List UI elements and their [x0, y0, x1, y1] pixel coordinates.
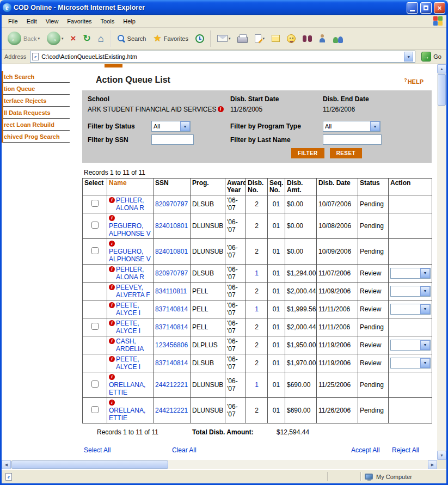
student-name-link[interactable]: CASH, ARDELIA — [116, 337, 144, 353]
home-button[interactable]: ⌂ — [95, 32, 107, 45]
menu-tools[interactable]: Tools — [96, 16, 119, 26]
student-name-link[interactable]: PEHLER, ALONA R — [116, 197, 144, 212]
search-button[interactable]: Search — [114, 33, 149, 44]
info-icon[interactable]: i — [109, 320, 115, 326]
ssn-link[interactable]: 820970797 — [154, 265, 191, 283]
discuss-button[interactable] — [269, 33, 283, 44]
history-button[interactable] — [193, 33, 207, 45]
accept-all-link[interactable]: Accept All — [351, 446, 380, 454]
stop-button[interactable]: × — [68, 32, 79, 45]
scroll-down-button[interactable]: ▼ — [437, 451, 446, 460]
sidebar-item[interactable]: terface Rejects — [3, 95, 70, 107]
row-checkbox[interactable] — [91, 247, 99, 254]
ssn-link[interactable]: 837140814 — [154, 354, 191, 372]
lastname-filter-input[interactable] — [323, 134, 382, 145]
action-select[interactable] — [390, 358, 431, 369]
menu-edit[interactable]: Edit — [22, 16, 41, 26]
info-icon[interactable]: i — [109, 374, 115, 380]
contact-button[interactable] — [316, 33, 328, 45]
student-name-link[interactable]: PEETE, ALYCE I — [116, 320, 140, 335]
info-icon[interactable]: i — [109, 241, 115, 247]
minimize-button[interactable] — [407, 2, 418, 14]
info-icon[interactable]: i — [109, 338, 115, 344]
horizontal-scroll-thumb[interactable] — [11, 461, 168, 469]
horizontal-scrollbar[interactable]: ◀ ▶ — [2, 460, 437, 469]
ssn-link[interactable]: 824010801 — [154, 239, 191, 265]
student-name-link[interactable]: ORELLANA, ETTIE — [109, 381, 145, 396]
disb-no-cell[interactable]: 1 — [246, 265, 268, 283]
row-checkbox[interactable] — [91, 380, 99, 388]
filter-button[interactable]: FILTER — [291, 148, 324, 158]
scroll-up-button[interactable]: ▲ — [437, 64, 446, 73]
maximize-button[interactable] — [420, 2, 432, 14]
mail-dropdown-icon[interactable]: ▾ — [229, 36, 231, 41]
scroll-left-button[interactable]: ◀ — [2, 460, 11, 469]
info-icon[interactable]: i — [109, 197, 115, 203]
ssn-link[interactable]: 244212221 — [154, 398, 191, 423]
menu-help[interactable]: Help — [119, 16, 140, 26]
student-name-link[interactable]: PEEVEY, ALVERTA F — [116, 284, 150, 299]
print-button[interactable] — [235, 33, 250, 45]
mail-button[interactable]: ▾ — [214, 33, 234, 44]
column-header[interactable]: Name — [107, 179, 154, 195]
student-name-link[interactable]: PEETE, ALYCE I — [116, 302, 140, 317]
vertical-scroll-thumb[interactable] — [438, 74, 446, 106]
sidebar-item[interactable]: chived Prog Search — [3, 131, 70, 143]
close-button[interactable]: × — [434, 2, 445, 14]
menu-favorites[interactable]: Favorites — [63, 16, 96, 26]
ssn-link[interactable]: 244212221 — [154, 372, 191, 398]
action-select[interactable] — [390, 304, 431, 315]
status-filter-select[interactable]: All — [151, 121, 191, 132]
ssn-link[interactable]: 123456806 — [154, 336, 191, 354]
sidebar-item[interactable]: ll Data Requests — [3, 107, 70, 119]
menu-file[interactable]: File — [4, 16, 22, 26]
info-icon[interactable]: i — [109, 284, 115, 290]
reject-all-link[interactable]: Reject All — [392, 446, 419, 454]
info-icon[interactable]: i — [109, 356, 115, 362]
back-button[interactable]: ← Back ▾ — [5, 30, 42, 47]
student-name-link[interactable]: PEGUERO, ALPHONSE V — [109, 248, 151, 263]
back-history-dropdown-icon[interactable]: ▾ — [38, 36, 40, 41]
student-name-link[interactable]: PEGUERO, ALPHONSE V — [109, 222, 151, 237]
row-checkbox[interactable] — [91, 323, 99, 330]
vertical-scrollbar[interactable]: ▲ ▼ — [437, 64, 446, 460]
action-select[interactable] — [390, 340, 431, 351]
favorites-button[interactable]: ★Favorites — [150, 32, 191, 45]
disb-no-cell[interactable]: 1 — [246, 300, 268, 318]
student-name-link[interactable]: PEETE, ALYCE I — [116, 355, 140, 371]
info-icon[interactable]: i — [109, 266, 115, 272]
ssn-link[interactable]: 837140814 — [154, 318, 191, 336]
ssn-filter-input[interactable] — [151, 134, 194, 145]
disb-no-cell[interactable]: 1 — [246, 372, 268, 398]
address-dropdown-icon[interactable]: ▼ — [404, 52, 413, 62]
action-select[interactable] — [390, 286, 431, 297]
info-icon[interactable]: i — [109, 302, 115, 308]
refresh-button[interactable]: ↻ — [80, 32, 93, 45]
program-type-filter-select[interactable]: All — [323, 121, 381, 132]
sidebar-item[interactable]: tion Queue — [3, 83, 70, 95]
clear-all-link[interactable]: Clear All — [172, 446, 197, 454]
window-titlebar[interactable]: e COD Online - Microsoft Internet Explor… — [0, 0, 448, 15]
address-input[interactable]: e C:\cod\ActionQueueListExisting.htm ▼ — [30, 51, 415, 63]
sidebar-item[interactable]: rect Loan Rebuild — [3, 119, 70, 131]
help-link[interactable]: ?HELP — [404, 78, 424, 85]
ssn-link[interactable]: 820970797 — [154, 195, 191, 213]
forward-history-dropdown-icon[interactable]: ▾ — [62, 36, 64, 41]
ssn-link[interactable]: 837140814 — [154, 300, 191, 318]
ssn-link[interactable]: 824010801 — [154, 213, 191, 239]
row-checkbox[interactable] — [91, 406, 99, 413]
ssn-link[interactable]: 834110811 — [154, 283, 191, 300]
research-button[interactable] — [300, 34, 315, 44]
community-button[interactable] — [330, 33, 346, 45]
go-button[interactable]: → Go — [419, 51, 444, 62]
edit-button[interactable]: ▾ — [252, 33, 267, 44]
info-icon[interactable]: i — [109, 215, 115, 221]
school-info-icon[interactable]: i — [218, 106, 224, 112]
menu-view[interactable]: View — [41, 16, 63, 26]
reset-button[interactable]: RESET — [330, 148, 362, 158]
info-icon[interactable]: i — [109, 400, 115, 406]
row-checkbox[interactable] — [91, 200, 99, 207]
forward-button[interactable]: → ▾ — [44, 30, 66, 47]
row-checkbox[interactable] — [91, 222, 99, 229]
student-name-link[interactable]: ORELLANA, ETTIE — [109, 407, 145, 422]
